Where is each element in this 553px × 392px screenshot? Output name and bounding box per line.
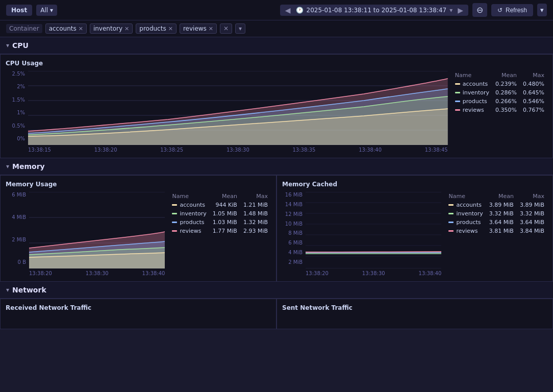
time-expand-icon[interactable]: ▾ <box>449 7 453 14</box>
cpu-y-2: 2% <box>17 84 25 89</box>
cpu-x-axis: 13:38:15 13:38:20 13:38:25 13:38:30 13:3… <box>28 147 448 153</box>
time-nav: ◀ 🕐 2025-01-08 13:38:11 to 2025-01-08 13… <box>280 5 468 16</box>
cached-legend-accounts: accounts 3.89 MiB 3.89 MiB <box>445 201 547 209</box>
cpu-y-0: 0% <box>17 136 25 141</box>
filter-tag-products-label: products <box>139 25 166 32</box>
memory-charts-row: Memory Usage 6 MiB 4 MiB 2 MiB 0 B <box>0 175 553 282</box>
cpu-y-1-5: 1.5% <box>12 97 25 103</box>
cpu-legend-max-header: Max <box>520 71 547 80</box>
memory-cached-svg <box>306 192 441 268</box>
cpu-svg-chart <box>28 71 448 145</box>
mem-usage-x-axis: 13:38:20 13:38:30 13:38:40 <box>29 271 165 276</box>
cpu-legend-inventory: inventory 0.286% 0.645% <box>452 88 547 97</box>
cached-legend-products: products 3.64 MiB 3.64 MiB <box>445 218 547 227</box>
mem-y-axis: 6 MiB 4 MiB 2 MiB 0 B <box>6 192 28 265</box>
clock-icon: 🕐 <box>296 7 304 14</box>
memory-cached-panel: Memory Cached 16 MiB 14 MiB 12 MiB 10 Mi… <box>276 175 553 282</box>
refresh-icon: ↺ <box>497 7 502 14</box>
products-dot <box>455 101 460 102</box>
filter-tag-products-close[interactable]: ✕ <box>168 26 173 32</box>
cpu-chevron-icon: ▾ <box>6 42 9 49</box>
zoom-button[interactable]: ⊖ <box>472 3 487 17</box>
cpu-legend: Name Mean Max accounts 0.239% 0.480% <box>452 71 547 153</box>
inventory-dot <box>455 92 460 93</box>
memory-section: ▾ Memory Memory Usage 6 MiB 4 MiB 2 MiB … <box>0 158 553 282</box>
network-section-title: Network <box>12 286 46 294</box>
memory-usage-area: 6 MiB 4 MiB 2 MiB 0 B <box>6 192 271 276</box>
cpu-y-0-5: 0.5% <box>12 123 25 129</box>
next-arrow[interactable]: ▶ <box>456 6 465 14</box>
mem-legend-products: products 1.03 MiB 1.32 MiB <box>169 218 271 227</box>
filter-tag-inventory[interactable]: inventory ✕ <box>90 23 133 34</box>
refresh-button[interactable]: ↺ Refresh <box>491 4 533 16</box>
received-traffic-panel: Received Network Traffic <box>0 299 276 329</box>
reviews-dot <box>455 109 460 111</box>
memory-usage-legend: Name Mean Max accounts 944 KiB 1.21 MiB <box>169 192 271 276</box>
filter-clear-all[interactable]: ✕ <box>220 23 232 34</box>
cpu-section: ▾ CPU CPU Usage 2.5% 2% 1.5% 1% 0.5% 0% <box>0 37 553 158</box>
cpu-legend-accounts: accounts 0.239% 0.480% <box>452 80 547 88</box>
network-section: ▾ Network Received Network Traffic Sent … <box>0 282 553 329</box>
memory-cached-legend: Name Mean Max accounts 3.89 MiB 3.89 MiB <box>445 192 547 276</box>
cpu-legend-mean-header: Mean <box>492 71 520 80</box>
cpu-chart-graph: 2.5% 2% 1.5% 1% 0.5% 0% <box>6 71 448 153</box>
cpu-legend-reviews: reviews 0.350% 0.767% <box>452 106 547 114</box>
cpu-legend-products: products 0.266% 0.546% <box>452 97 547 106</box>
filter-tag-accounts[interactable]: accounts ✕ <box>45 23 87 34</box>
received-traffic-title: Received Network Traffic <box>6 304 271 311</box>
sent-traffic-panel: Sent Network Traffic <box>276 299 553 329</box>
memory-cached-title: Memory Cached <box>282 181 547 188</box>
network-chevron-icon: ▾ <box>6 286 9 293</box>
cpu-legend-name-header: Name <box>452 71 492 80</box>
mem-legend-reviews: reviews 1.77 MiB 2.93 MiB <box>169 227 271 235</box>
cached-legend-inventory: inventory 3.32 MiB 3.32 MiB <box>445 209 547 218</box>
accounts-dot <box>455 83 460 85</box>
filter-tag-products[interactable]: products ✕ <box>136 23 177 34</box>
all-dropdown[interactable]: All ▾ <box>36 5 57 16</box>
filter-tag-accounts-close[interactable]: ✕ <box>79 26 83 32</box>
cached-legend-reviews: reviews 3.81 MiB 3.84 MiB <box>445 227 547 235</box>
all-label: All <box>40 7 48 14</box>
mem-legend-accounts: accounts 944 KiB 1.21 MiB <box>169 201 271 209</box>
time-range: 2025-01-08 13:38:11 to 2025-01-08 13:38:… <box>307 7 447 14</box>
container-label: Container <box>6 24 42 33</box>
memory-section-title: Memory <box>12 162 45 170</box>
memory-usage-panel: Memory Usage 6 MiB 4 MiB 2 MiB 0 B <box>0 175 276 282</box>
cached-x-axis: 13:38:20 13:38:30 13:38:40 <box>306 271 441 276</box>
cached-y-axis: 16 MiB 14 MiB 12 MiB 10 MiB 8 MiB 6 MiB … <box>282 192 305 265</box>
sent-traffic-title: Sent Network Traffic <box>282 304 547 311</box>
filter-expand-button[interactable]: ▾ <box>235 23 245 34</box>
memory-cached-graph: 16 MiB 14 MiB 12 MiB 10 MiB 8 MiB 6 MiB … <box>282 192 441 276</box>
memory-chevron-icon: ▾ <box>6 163 9 170</box>
memory-usage-graph: 6 MiB 4 MiB 2 MiB 0 B <box>6 192 165 276</box>
filter-bar: Container accounts ✕ inventory ✕ product… <box>0 20 553 37</box>
refresh-dropdown-button[interactable]: ▾ <box>537 4 547 16</box>
filter-tag-accounts-label: accounts <box>49 25 77 32</box>
memory-cached-area: 16 MiB 14 MiB 12 MiB 10 MiB 8 MiB 6 MiB … <box>282 192 547 276</box>
filter-tag-reviews[interactable]: reviews ✕ <box>180 23 217 34</box>
network-section-header[interactable]: ▾ Network <box>0 282 553 299</box>
cpu-y-1: 1% <box>17 110 25 115</box>
filter-tag-reviews-label: reviews <box>183 25 207 32</box>
cpu-chart-area: 2.5% 2% 1.5% 1% 0.5% 0% <box>6 71 547 153</box>
cpu-usage-panel: CPU Usage 2.5% 2% 1.5% 1% 0.5% 0% <box>0 54 553 158</box>
memory-section-header[interactable]: ▾ Memory <box>0 158 553 175</box>
chevron-down-icon: ▾ <box>50 7 53 14</box>
filter-tag-inventory-label: inventory <box>93 25 122 32</box>
cpu-y-axis: 2.5% 2% 1.5% 1% 0.5% 0% <box>6 71 27 141</box>
prev-arrow[interactable]: ◀ <box>283 6 293 14</box>
host-badge: Host <box>6 5 32 16</box>
filter-tag-reviews-close[interactable]: ✕ <box>209 26 213 32</box>
memory-usage-title: Memory Usage <box>6 181 271 188</box>
network-charts-row: Received Network Traffic Sent Network Tr… <box>0 299 553 329</box>
refresh-label: Refresh <box>506 7 527 14</box>
memory-usage-svg <box>29 192 165 268</box>
cpu-section-title: CPU <box>12 41 29 50</box>
main-content: ▾ CPU CPU Usage 2.5% 2% 1.5% 1% 0.5% 0% <box>0 37 553 329</box>
header: Host All ▾ ◀ 🕐 2025-01-08 13:38:11 to 20… <box>0 0 553 20</box>
mem-legend-inventory: inventory 1.05 MiB 1.48 MiB <box>169 209 271 218</box>
filter-tag-inventory-close[interactable]: ✕ <box>124 26 129 32</box>
cpu-chart-title: CPU Usage <box>6 60 547 67</box>
cpu-y-2-5: 2.5% <box>12 71 25 77</box>
cpu-section-header[interactable]: ▾ CPU <box>0 37 553 54</box>
